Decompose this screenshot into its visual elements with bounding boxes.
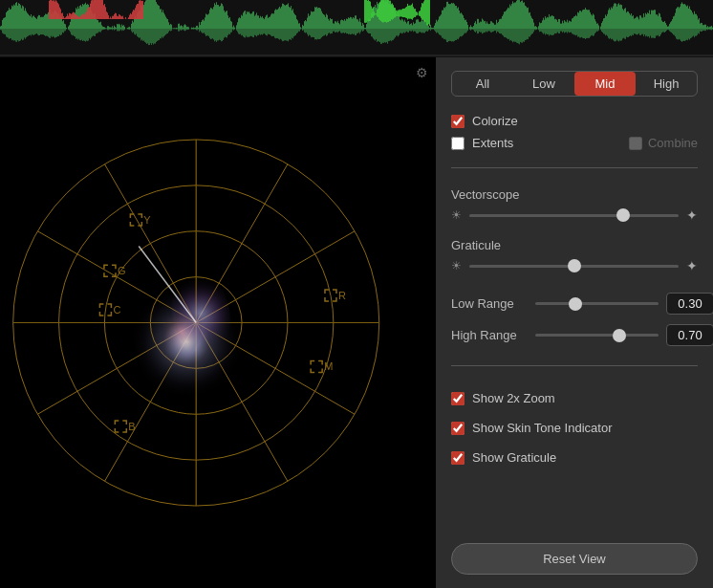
- low-range-value: 0.30: [666, 293, 713, 315]
- bottom-checkboxes: Show 2x Zoom Show Skin Tone Indicator Sh…: [451, 391, 698, 472]
- tab-high[interactable]: High: [636, 72, 697, 96]
- tab-low[interactable]: Low: [513, 72, 574, 96]
- controls-panel: All Low Mid High Colorize Extents Combin…: [436, 57, 713, 588]
- low-range-row: Low Range 0.30: [451, 293, 698, 315]
- extents-row: Extents Combine: [451, 136, 698, 150]
- scope-settings-icon[interactable]: ⚙: [416, 65, 428, 80]
- colorize-checkbox[interactable]: [451, 115, 465, 128]
- range-section: Low Range 0.30 High Range 0.70: [451, 293, 698, 356]
- show-skin-tone-row: Show Skin Tone Indicator: [451, 421, 698, 435]
- vectorscope-slider-row: ☀ ✦: [451, 207, 698, 223]
- scope-panel: ⚙: [0, 57, 436, 588]
- waveform-canvas: [0, 0, 713, 57]
- show-2x-zoom-label[interactable]: Show 2x Zoom: [472, 391, 555, 405]
- low-range-label: Low Range: [451, 296, 528, 311]
- extents-checkbox[interactable]: [451, 137, 465, 150]
- combine-checkbox: [629, 137, 642, 150]
- high-range-row: High Range 0.70: [451, 324, 698, 346]
- show-graticule-row: Show Graticule: [451, 450, 698, 465]
- tab-all[interactable]: All: [452, 72, 513, 96]
- extents-label[interactable]: Extents: [472, 136, 513, 150]
- graticule-section: Graticule ☀ ✦: [451, 238, 698, 279]
- graticule-slider[interactable]: [469, 265, 679, 268]
- show-skin-tone-checkbox[interactable]: [451, 422, 465, 435]
- show-graticule-label[interactable]: Show Graticule: [472, 450, 556, 465]
- low-range-slider[interactable]: [535, 302, 659, 305]
- show-graticule-checkbox[interactable]: [451, 451, 465, 465]
- reset-view-button[interactable]: Reset View: [451, 543, 698, 575]
- graticule-slider-row: ☀ ✦: [451, 258, 698, 273]
- show-2x-zoom-checkbox[interactable]: [451, 392, 465, 405]
- tab-mid[interactable]: Mid: [574, 72, 636, 96]
- vectorscope-section: Vectorscope ☀ ✦: [451, 187, 698, 229]
- high-range-value: 0.70: [666, 324, 713, 346]
- colorize-label[interactable]: Colorize: [472, 114, 518, 128]
- sun-large-icon-1: ✦: [686, 207, 698, 223]
- sun-small-icon-2: ☀: [451, 259, 462, 272]
- divider-1: [451, 167, 698, 168]
- tab-bar: All Low Mid High: [451, 71, 698, 97]
- waveform-bar: [0, 0, 713, 57]
- sun-large-icon-2: ✦: [686, 258, 698, 273]
- vectorscope-canvas: [0, 57, 436, 588]
- divider-2: [451, 365, 698, 366]
- vectorscope-slider[interactable]: [469, 214, 679, 217]
- reset-btn-container: Reset View: [451, 528, 698, 575]
- high-range-label: High Range: [451, 328, 528, 342]
- vectorscope-label: Vectorscope: [451, 187, 698, 202]
- high-range-slider[interactable]: [535, 334, 659, 337]
- main-area: ⚙ All Low Mid High Colorize Extents Comb…: [0, 57, 713, 588]
- colorize-row: Colorize: [451, 114, 698, 128]
- show-skin-tone-label[interactable]: Show Skin Tone Indicator: [472, 421, 612, 435]
- sun-small-icon-1: ☀: [451, 208, 462, 222]
- graticule-label: Graticule: [451, 238, 698, 252]
- show-2x-zoom-row: Show 2x Zoom: [451, 391, 698, 405]
- combine-label: Combine: [629, 136, 698, 150]
